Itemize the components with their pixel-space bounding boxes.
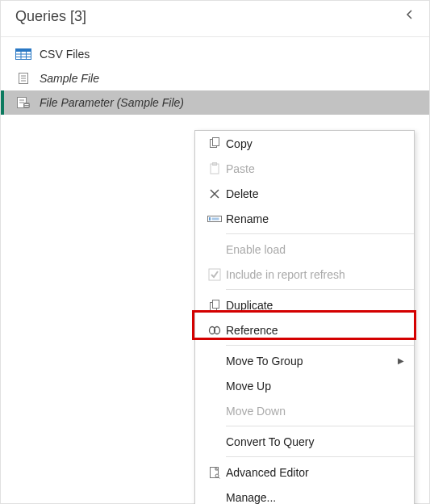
check-icon xyxy=(203,268,226,281)
ctx-separator xyxy=(226,456,414,457)
query-item-sample-file[interactable]: Sample File xyxy=(1,66,429,90)
collapse-panel-button[interactable] xyxy=(402,7,418,25)
ctx-label: Move Up xyxy=(226,380,414,393)
ctx-label: Move To Group xyxy=(226,355,414,368)
submenu-arrow-icon: ▶ xyxy=(398,356,404,365)
ctx-separator xyxy=(226,233,414,234)
duplicate-icon xyxy=(203,299,226,312)
ctx-separator xyxy=(226,345,414,346)
ctx-advanced-editor[interactable]: Advanced Editor xyxy=(195,460,414,485)
ctx-separator xyxy=(226,426,414,426)
ctx-manage[interactable]: Manage... xyxy=(195,485,414,504)
paste-icon xyxy=(203,162,226,175)
queries-panel: Queries [3] CSV Files Sample File File P… xyxy=(0,0,430,504)
svg-rect-13 xyxy=(23,103,30,108)
table-icon xyxy=(15,48,31,61)
ctx-include-refresh: Include in report refresh xyxy=(195,262,414,287)
ctx-rename[interactable]: Rename xyxy=(195,206,414,231)
ctx-label: Rename xyxy=(226,212,414,225)
svg-rect-15 xyxy=(25,106,29,107)
ctx-label: Move Down xyxy=(226,405,414,418)
file-icon xyxy=(15,72,31,85)
svg-rect-24 xyxy=(212,217,219,220)
ctx-convert-to-query[interactable]: Convert To Query xyxy=(195,429,414,454)
rename-icon xyxy=(203,214,226,224)
svg-point-31 xyxy=(215,474,219,477)
ctx-separator xyxy=(226,289,414,290)
chevron-left-icon xyxy=(405,9,415,20)
context-menu: Copy Paste Delete Rename Enable load xyxy=(194,130,415,504)
svg-rect-27 xyxy=(213,300,219,308)
ctx-label: Include in report refresh xyxy=(226,268,414,281)
ctx-label: Reference xyxy=(226,324,414,337)
svg-rect-14 xyxy=(25,104,29,105)
reference-icon xyxy=(203,325,226,336)
query-label: CSV Files xyxy=(40,48,90,61)
ctx-move-to-group[interactable]: Move To Group ▶ xyxy=(195,348,414,373)
ctx-copy[interactable]: Copy xyxy=(195,131,414,156)
parameter-icon xyxy=(15,96,31,109)
ctx-reference[interactable]: Reference xyxy=(195,317,414,342)
panel-title: Queries [3] xyxy=(15,8,86,25)
ctx-enable-load: Enable load xyxy=(195,237,414,262)
panel-header: Queries [3] xyxy=(1,1,429,37)
query-list: CSV Files Sample File File Parameter (Sa… xyxy=(1,37,429,115)
ctx-label: Copy xyxy=(226,137,414,150)
query-label: File Parameter (Sample File) xyxy=(40,96,184,109)
svg-rect-19 xyxy=(213,162,217,165)
ctx-label: Enable load xyxy=(226,243,414,256)
copy-icon xyxy=(203,137,226,150)
ctx-label: Convert To Query xyxy=(226,435,414,448)
ctx-label: Delete xyxy=(226,187,414,200)
editor-icon xyxy=(203,466,226,479)
svg-line-32 xyxy=(219,477,220,478)
query-label: Sample File xyxy=(40,72,99,85)
ctx-paste: Paste xyxy=(195,156,414,181)
ctx-label: Paste xyxy=(226,162,414,175)
svg-rect-1 xyxy=(16,49,31,52)
svg-rect-17 xyxy=(213,137,219,145)
query-item-file-parameter[interactable]: File Parameter (Sample File) xyxy=(1,90,429,115)
ctx-label: Duplicate xyxy=(226,299,414,312)
ctx-move-down: Move Down xyxy=(195,398,414,423)
ctx-delete[interactable]: Delete xyxy=(195,181,414,206)
ctx-label: Manage... xyxy=(226,491,414,504)
ctx-duplicate[interactable]: Duplicate xyxy=(195,292,414,317)
delete-icon xyxy=(203,188,226,200)
ctx-move-up[interactable]: Move Up xyxy=(195,373,414,398)
query-item-csv-files[interactable]: CSV Files xyxy=(1,42,429,66)
ctx-label: Advanced Editor xyxy=(226,466,414,479)
